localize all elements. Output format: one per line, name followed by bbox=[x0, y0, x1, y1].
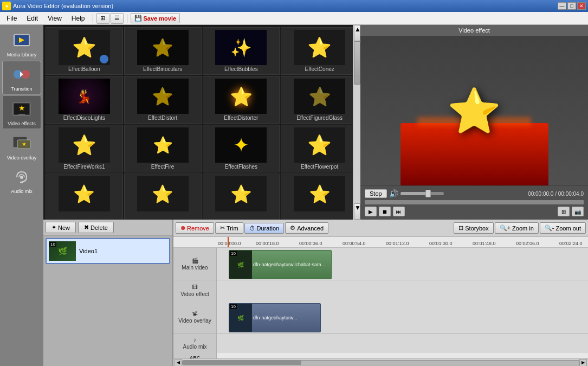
advanced-label: Advanced bbox=[297, 225, 324, 232]
delete-button[interactable]: ✖ Delete bbox=[78, 222, 114, 233]
sidebar-item-transition[interactable]: Transition bbox=[2, 61, 41, 94]
stop-button[interactable]: Stop bbox=[365, 189, 387, 198]
new-button[interactable]: ✦ New bbox=[46, 222, 76, 233]
stop-playback-button[interactable]: ⏹ bbox=[379, 207, 391, 216]
maximize-button[interactable]: □ bbox=[567, 2, 576, 10]
minimize-button[interactable]: — bbox=[558, 2, 566, 10]
media-thumb-effect-fireworks1: ⭐ bbox=[59, 127, 110, 163]
menu-edit[interactable]: Edit bbox=[22, 14, 42, 23]
media-thumb-bottom-1: ⭐ bbox=[137, 176, 189, 211]
menu-help[interactable]: Help bbox=[67, 14, 89, 23]
timeline-tracks: 🎬 Main video 🌿 10 dfn-natgeohayturwilch bbox=[173, 248, 588, 358]
scrollbar-track[interactable]: ▲ ▼ bbox=[353, 25, 360, 220]
menu-file[interactable]: File bbox=[2, 14, 21, 23]
media-label-effect-discolights: EffectDiscoLights bbox=[63, 115, 105, 121]
time-display: 00:00:00.0 / 00:00:04.0 bbox=[528, 191, 584, 197]
save-movie-button[interactable]: 💾 Save movie bbox=[131, 13, 180, 23]
menu-separator-2 bbox=[127, 14, 127, 23]
skip-forward-button[interactable]: ⏭ bbox=[393, 207, 405, 216]
svg-rect-9 bbox=[18, 114, 25, 115]
storybox-label: Storybox bbox=[465, 225, 488, 232]
media-item-effect-discolights[interactable]: 💃 EffectDiscoLights bbox=[46, 76, 123, 124]
progress-bar[interactable] bbox=[365, 200, 584, 204]
sidebar-item-video-overlay[interactable]: ★ Video overlay bbox=[2, 130, 41, 163]
main-video-clip[interactable]: 🌿 10 dfn-natgeohayturwilchabat-sam... bbox=[229, 250, 332, 279]
media-item-effect-figuredglass[interactable]: ⭐ EffectFiguredGlass bbox=[281, 76, 358, 124]
remove-button[interactable]: ⊗ Remove bbox=[176, 222, 214, 234]
play-button[interactable]: ▶ bbox=[365, 207, 377, 216]
track-content-subtitle[interactable]: Doubleclick here to add subtitle bbox=[217, 353, 588, 358]
screenshot-button[interactable]: 📷 bbox=[572, 207, 584, 216]
media-item-effect-fire[interactable]: ⭐ EffectFire bbox=[124, 125, 202, 172]
media-item-bottom-2[interactable]: ⭐ ... bbox=[203, 174, 280, 220]
media-item-bottom-0[interactable]: ⭐ ... bbox=[46, 174, 123, 220]
clip-num-overlay: 10 bbox=[230, 304, 237, 309]
advanced-button[interactable]: ⚙ Advanced bbox=[285, 222, 328, 234]
media-item-bottom-3[interactable]: ⭐ ... bbox=[281, 174, 358, 220]
media-item-effect-flashes[interactable]: ✦ EffectFlashes bbox=[203, 125, 280, 172]
media-thumb-effect-distort: ⭐ bbox=[137, 79, 189, 114]
sidebar-item-video-effects[interactable]: ★ Video effects bbox=[2, 95, 41, 129]
storybox-button[interactable]: ⊡ Storybox bbox=[454, 222, 493, 234]
media-label-effect-distorter: EffectDistorter bbox=[224, 115, 258, 121]
scrollbar-thumb-v[interactable] bbox=[354, 41, 360, 85]
track-content-video-effect[interactable] bbox=[217, 280, 588, 301]
advanced-icon: ⚙ bbox=[290, 224, 295, 232]
capture-button[interactable]: ⊞ bbox=[558, 207, 570, 216]
project-thumb-icon: 🌿 bbox=[58, 247, 67, 255]
scroll-track[interactable] bbox=[182, 360, 579, 365]
media-item-effect-binoculars[interactable]: ⭐ EffectBinoculars bbox=[124, 27, 202, 75]
track-label-video-effect: 🎞 Video effect bbox=[173, 280, 217, 301]
preview-controls: Stop 🔊 00:00:00.0 / 00:00:04.0 ▶ ⏹ bbox=[360, 185, 588, 220]
ruler-time-7: 00:02:06.0 bbox=[516, 241, 539, 246]
scroll-right-button[interactable]: ▶ bbox=[579, 359, 587, 367]
media-label-effect-figuredglass: EffectFiguredGlass bbox=[296, 115, 343, 121]
menu-view[interactable]: View bbox=[43, 14, 66, 23]
media-item-effect-fireworks1[interactable]: ⭐ EffectFireWorks1 bbox=[46, 125, 123, 172]
timeline-scrollbar: ◀ ▶ bbox=[173, 358, 588, 366]
remove-label: Remove bbox=[187, 225, 209, 232]
timeline-area: ⊗ Remove ✂ Trim ⏱ Duration ⚙ bbox=[173, 220, 588, 366]
track-video-effect: 🎞 Video effect bbox=[173, 280, 588, 301]
media-label-effect-flowerpot: EffectFlowerpot bbox=[301, 164, 338, 170]
media-item-effect-bubbles[interactable]: ✨ EffectBubbles bbox=[203, 27, 280, 75]
ruler-time-2: 00:00:36.0 bbox=[299, 241, 322, 246]
media-label-effect-bubbles: EffectBubbles bbox=[224, 66, 258, 72]
zoom-out-button[interactable]: 🔍- Zoom out bbox=[540, 222, 586, 234]
sidebar-item-media-library[interactable]: Media Library bbox=[2, 27, 41, 60]
preview-star: ⭐ bbox=[447, 86, 501, 137]
media-thumb-effect-figuredglass: ⭐ bbox=[294, 79, 345, 114]
media-item-effect-flowerpot[interactable]: ⭐ EffectFlowerpot bbox=[281, 125, 358, 172]
sidebar-item-audio-mix[interactable]: Audio mix bbox=[2, 164, 41, 196]
track-content-audio-mix[interactable] bbox=[217, 333, 588, 353]
media-item-effect-balloon[interactable]: ⭐ EffectBalloon bbox=[46, 27, 123, 75]
scrollbar-up-arrow[interactable]: ▲ bbox=[354, 25, 360, 41]
overlay-clip[interactable]: 🌿 10 dfn-natgeohayturw... bbox=[229, 303, 321, 332]
media-item-effect-conez[interactable]: ⭐ EffectConez bbox=[281, 27, 358, 75]
media-label-effect-flashes: EffectFlashes bbox=[225, 164, 257, 170]
view-btn-2[interactable]: ☰ bbox=[111, 13, 124, 24]
media-item-effect-distorter[interactable]: ⭐ EffectDistorter bbox=[203, 76, 280, 124]
volume-handle[interactable] bbox=[425, 190, 431, 197]
close-button[interactable]: ✕ bbox=[577, 2, 586, 10]
view-btn-1[interactable]: ⊞ bbox=[96, 13, 109, 24]
duration-button[interactable]: ⏱ Duration bbox=[244, 223, 285, 234]
sidebar-label-audio-mix: Audio mix bbox=[11, 189, 33, 194]
duration-icon: ⏱ bbox=[249, 225, 255, 232]
track-label-main-video: 🎬 Main video bbox=[173, 248, 217, 280]
clip-num-main: 10 bbox=[230, 251, 237, 256]
track-content-video-overlay[interactable]: 🌿 10 dfn-natgeohayturw... bbox=[217, 301, 588, 333]
scroll-thumb[interactable] bbox=[183, 361, 301, 365]
zoom-in-button[interactable]: 🔍+ Zoom in bbox=[495, 222, 539, 234]
ruler-time-8: 00:02:24.0 bbox=[559, 241, 583, 246]
scroll-left-button[interactable]: ◀ bbox=[175, 359, 182, 367]
track-content-main-video[interactable]: 🌿 10 dfn-natgeohayturwilchabat-sam... bbox=[217, 248, 588, 280]
project-num: 10 bbox=[49, 242, 56, 247]
scrollbar-down-arrow[interactable]: ▼ bbox=[354, 203, 360, 220]
zoom-in-icon: 🔍+ bbox=[500, 224, 511, 232]
trim-button[interactable]: ✂ Trim bbox=[215, 222, 243, 234]
project-item[interactable]: 10 🌿 Video1 bbox=[46, 238, 170, 264]
media-item-effect-distort[interactable]: ⭐ EffectDistort bbox=[124, 76, 202, 124]
volume-slider[interactable] bbox=[400, 192, 444, 195]
media-item-bottom-1[interactable]: ⭐ ... bbox=[124, 174, 202, 220]
